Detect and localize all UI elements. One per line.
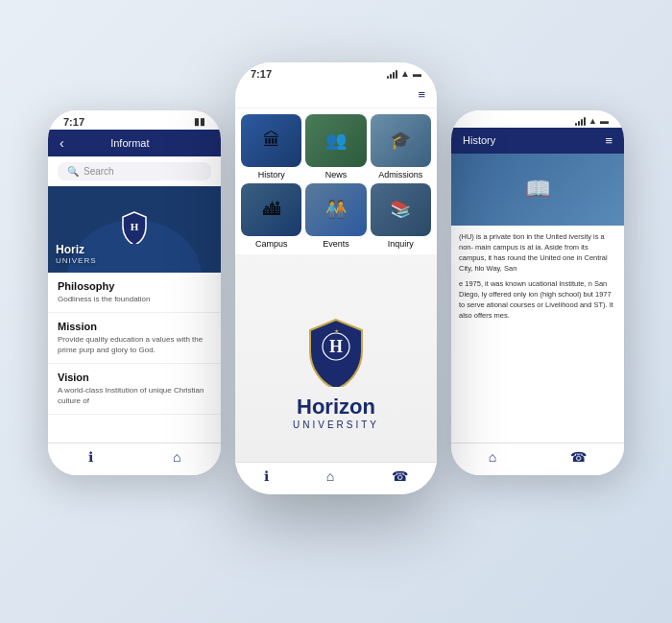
- philosophy-title: Philosophy: [58, 280, 211, 292]
- bottom-tabs-right: ⌂ ☎: [451, 443, 624, 475]
- philosophy-text: Godliness is the foundation: [58, 294, 211, 304]
- search-input-left[interactable]: 🔍 Search: [58, 162, 211, 180]
- thumb-inquiry: 📚: [371, 183, 431, 236]
- nav-title-right: History: [463, 134, 495, 146]
- university-sub: UNIVERSITY: [293, 419, 379, 430]
- grid-label-history: History: [258, 170, 285, 180]
- thumb-campus: 🏙: [241, 183, 301, 236]
- tab-home-right[interactable]: ⌂: [489, 449, 496, 466]
- hero-title-left: Horiz: [56, 243, 97, 256]
- nav-bar-left: ‹ Informat: [48, 130, 221, 156]
- bottom-tabs-left: ℹ ⌂: [48, 443, 221, 475]
- grid-item-news[interactable]: 👥 News: [305, 114, 366, 180]
- menu-icon-right[interactable]: ≡: [605, 133, 612, 148]
- vision-text: A world-class Institution of unique Chri…: [58, 385, 211, 406]
- status-icons-center: ▲ ▬: [387, 68, 421, 79]
- hero-sub-left: UNIVERS: [56, 256, 97, 265]
- right-hero: 📖: [451, 154, 624, 226]
- right-text-span-2: e 1975, it was known ucational Institute…: [459, 279, 613, 321]
- status-icons-left: ▮▮: [194, 116, 205, 127]
- right-content: (HU) is a private tion in the United ive…: [451, 226, 624, 475]
- vision-title: Vision: [58, 371, 211, 383]
- grid-item-history[interactable]: 🏛 History: [241, 114, 301, 180]
- splash-area: H ★ Horizon UNIVERSITY: [235, 254, 437, 494]
- nav-title-left: Informat: [110, 137, 149, 149]
- shield-icon-left: H: [121, 211, 148, 244]
- wifi-icon-center: ▲: [400, 68, 410, 79]
- right-text-1: (HU) is a private tion in the United ive…: [459, 231, 616, 275]
- mission-title: Mission: [58, 321, 211, 332]
- admissions-image: 🎓: [371, 114, 431, 167]
- svg-text:★: ★: [333, 328, 338, 334]
- mission-section: Mission Provide quality education a valu…: [48, 313, 221, 364]
- time-left: 7:17: [63, 116, 84, 128]
- phone-icon-center: ☎: [392, 468, 408, 484]
- nav-bar-right: History ≡: [451, 128, 624, 154]
- time-center: 7:17: [251, 68, 272, 80]
- status-icons-right: ▲ ▬: [575, 116, 609, 126]
- info-icon-center: ℹ: [264, 468, 269, 484]
- signal-bars-right: [575, 116, 586, 126]
- hero-text-left: Horiz UNIVERS: [56, 243, 97, 265]
- thumb-admissions: 🎓: [371, 114, 431, 167]
- grid-label-campus: Campus: [255, 239, 288, 249]
- home-icon-left: ⌂: [173, 449, 180, 465]
- phones-container: 7:17 ▮▮ ‹ Informat 🔍 Search: [19, 14, 653, 610]
- news-image: 👥: [305, 114, 366, 167]
- phone-center: 7:17 ▲ ▬ ≡: [235, 62, 437, 494]
- home-icon-center: ⌂: [326, 468, 334, 484]
- menu-icon-center[interactable]: ≡: [418, 87, 425, 102]
- phone-right: ▲ ▬ History ≡ 📖 (HU) is a private tion i…: [451, 110, 624, 475]
- status-bar-center: 7:17 ▲ ▬: [235, 62, 437, 82]
- grid-item-admissions[interactable]: 🎓 Admissions: [371, 114, 431, 180]
- battery-icon-center: ▬: [413, 69, 421, 79]
- info-icon-left: ℹ: [88, 449, 93, 465]
- tab-phone-center[interactable]: ☎: [392, 468, 408, 485]
- grid-item-inquiry[interactable]: 📚 Inquiry: [371, 183, 431, 249]
- phone-left: 7:17 ▮▮ ‹ Informat 🔍 Search: [48, 110, 221, 475]
- tab-home-center[interactable]: ⌂: [326, 468, 334, 485]
- tab-info-left[interactable]: ℹ: [88, 449, 93, 466]
- grid-label-events: Events: [323, 239, 349, 249]
- search-icon-left: 🔍: [67, 166, 79, 177]
- status-bar-right: ▲ ▬: [451, 110, 624, 128]
- search-placeholder-left: Search: [84, 166, 114, 177]
- university-name: Horizon: [297, 395, 375, 419]
- mission-text: Provide quality education a values with …: [58, 334, 211, 355]
- vision-section: Vision A world-class Institution of uniq…: [48, 364, 221, 415]
- tab-home-left[interactable]: ⌂: [173, 449, 180, 466]
- status-bar-left: 7:17 ▮▮: [48, 110, 221, 130]
- shield-icon-center: H ★: [307, 318, 365, 387]
- right-text-2: e 1975, it was known ucational Institute…: [459, 278, 616, 322]
- grid-label-inquiry: Inquiry: [388, 239, 414, 249]
- philosophy-section: Philosophy Godliness is the foundation: [48, 273, 221, 313]
- hero-logo-left: H: [121, 211, 148, 248]
- grid-item-events[interactable]: 🧑‍🤝‍🧑 Events: [305, 183, 366, 249]
- right-text-span-1: (HU) is a private tion in the United ive…: [459, 232, 608, 274]
- wifi-icon-right: ▲: [588, 116, 597, 126]
- grid-item-campus[interactable]: 🏙 Campus: [241, 183, 301, 249]
- battery-icon-left: ▮▮: [194, 116, 205, 127]
- signal-bars-center: [387, 69, 397, 79]
- thumb-events: 🧑‍🤝‍🧑: [305, 183, 366, 236]
- battery-icon-right: ▬: [600, 116, 609, 126]
- hero-image-left: H Horiz UNIVERS: [48, 186, 221, 273]
- svg-text:H: H: [329, 337, 343, 356]
- inquiry-image: 📚: [371, 183, 431, 236]
- tab-phone-right[interactable]: ☎: [570, 449, 587, 466]
- grid-label-admissions: Admissions: [378, 170, 422, 180]
- search-bar-left: 🔍 Search: [48, 156, 221, 186]
- thumb-news: 👥: [305, 114, 366, 167]
- grid-content-center: 🏛 History 👥 News 🎓 Admissions: [235, 108, 437, 254]
- phone-icon-right: ☎: [570, 449, 587, 465]
- tab-info-center[interactable]: ℹ: [264, 468, 269, 485]
- center-nav: ≡: [235, 82, 437, 108]
- grid-label-news: News: [325, 170, 348, 180]
- bottom-tabs-center: ℹ ⌂ ☎: [235, 462, 437, 494]
- history-image: 🏛: [241, 114, 301, 167]
- back-button-left[interactable]: ‹: [60, 135, 64, 151]
- campus-image: 🏙: [241, 183, 301, 236]
- events-image: 🧑‍🤝‍🧑: [305, 183, 366, 236]
- home-icon-right: ⌂: [489, 449, 496, 465]
- thumb-history: 🏛: [241, 114, 301, 167]
